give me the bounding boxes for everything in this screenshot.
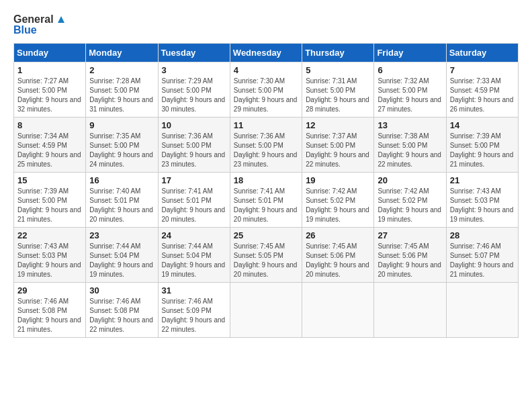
calendar-cell xyxy=(446,282,518,337)
day-number: 15 xyxy=(17,175,82,185)
day-number: 12 xyxy=(306,120,370,130)
calendar-cell: 5Sunrise: 7:31 AMSunset: 5:00 PMDaylight… xyxy=(302,62,374,117)
calendar-cell: 16Sunrise: 7:40 AMSunset: 5:01 PMDayligh… xyxy=(86,172,158,227)
day-number: 26 xyxy=(306,230,370,240)
calendar-cell xyxy=(302,282,374,337)
day-info: Sunrise: 7:46 AMSunset: 5:09 PMDaylight:… xyxy=(162,298,226,333)
calendar-cell: 26Sunrise: 7:45 AMSunset: 5:06 PMDayligh… xyxy=(302,227,374,282)
day-info: Sunrise: 7:46 AMSunset: 5:07 PMDaylight:… xyxy=(450,242,514,278)
calendar-cell: 25Sunrise: 7:45 AMSunset: 5:05 PMDayligh… xyxy=(230,227,302,282)
day-info: Sunrise: 7:31 AMSunset: 5:00 PMDaylight:… xyxy=(306,77,369,113)
calendar-cell: 9Sunrise: 7:35 AMSunset: 5:00 PMDaylight… xyxy=(86,117,158,172)
calendar-cell: 22Sunrise: 7:43 AMSunset: 5:03 PMDayligh… xyxy=(14,227,86,282)
day-number: 7 xyxy=(450,65,515,75)
calendar-cell: 28Sunrise: 7:46 AMSunset: 5:07 PMDayligh… xyxy=(446,227,518,282)
day-number: 16 xyxy=(89,175,154,185)
day-info: Sunrise: 7:43 AMSunset: 5:03 PMDaylight:… xyxy=(450,187,514,223)
calendar-cell: 15Sunrise: 7:39 AMSunset: 5:00 PMDayligh… xyxy=(14,172,86,227)
svg-marker-0 xyxy=(58,16,64,23)
day-info: Sunrise: 7:45 AMSunset: 5:05 PMDaylight:… xyxy=(234,242,298,278)
day-number: 18 xyxy=(234,175,298,185)
col-header-thursday: Thursday xyxy=(302,43,374,62)
day-number: 28 xyxy=(450,230,515,240)
calendar-cell: 14Sunrise: 7:39 AMSunset: 5:00 PMDayligh… xyxy=(446,117,518,172)
day-info: Sunrise: 7:36 AMSunset: 5:00 PMDaylight:… xyxy=(162,132,226,168)
calendar-cell: 17Sunrise: 7:41 AMSunset: 5:01 PMDayligh… xyxy=(158,172,230,227)
day-number: 25 xyxy=(234,230,298,240)
logo: General Blue xyxy=(13,13,67,36)
day-number: 21 xyxy=(450,175,515,185)
day-number: 2 xyxy=(89,65,154,75)
calendar-cell xyxy=(374,282,446,337)
day-info: Sunrise: 7:42 AMSunset: 5:02 PMDaylight:… xyxy=(378,187,441,223)
calendar-cell: 29Sunrise: 7:46 AMSunset: 5:08 PMDayligh… xyxy=(14,282,86,337)
day-info: Sunrise: 7:46 AMSunset: 5:08 PMDaylight:… xyxy=(17,298,81,333)
calendar-cell: 10Sunrise: 7:36 AMSunset: 5:00 PMDayligh… xyxy=(158,117,230,172)
day-info: Sunrise: 7:34 AMSunset: 4:59 PMDaylight:… xyxy=(17,132,81,168)
calendar-cell: 2Sunrise: 7:28 AMSunset: 5:00 PMDaylight… xyxy=(86,62,158,117)
col-header-sunday: Sunday xyxy=(14,43,86,62)
day-info: Sunrise: 7:41 AMSunset: 5:01 PMDaylight:… xyxy=(162,187,226,223)
logo-container: General Blue xyxy=(13,13,67,36)
day-info: Sunrise: 7:27 AMSunset: 5:00 PMDaylight:… xyxy=(17,77,81,113)
page-header: General Blue xyxy=(13,13,519,36)
calendar-cell: 20Sunrise: 7:42 AMSunset: 5:02 PMDayligh… xyxy=(374,172,446,227)
day-number: 11 xyxy=(234,120,298,130)
day-info: Sunrise: 7:45 AMSunset: 5:06 PMDaylight:… xyxy=(306,242,369,278)
calendar-cell: 6Sunrise: 7:32 AMSunset: 5:00 PMDaylight… xyxy=(374,62,446,117)
day-info: Sunrise: 7:29 AMSunset: 5:00 PMDaylight:… xyxy=(162,77,226,113)
day-info: Sunrise: 7:40 AMSunset: 5:01 PMDaylight:… xyxy=(89,187,153,223)
day-info: Sunrise: 7:28 AMSunset: 5:00 PMDaylight:… xyxy=(89,77,153,113)
day-number: 31 xyxy=(162,285,226,295)
day-number: 3 xyxy=(162,65,226,75)
day-number: 8 xyxy=(17,120,82,130)
day-number: 14 xyxy=(450,120,515,130)
calendar-cell: 8Sunrise: 7:34 AMSunset: 4:59 PMDaylight… xyxy=(14,117,86,172)
calendar-cell xyxy=(230,282,302,337)
day-info: Sunrise: 7:32 AMSunset: 5:00 PMDaylight:… xyxy=(378,77,441,113)
day-number: 17 xyxy=(162,175,226,185)
col-header-tuesday: Tuesday xyxy=(158,43,230,62)
day-info: Sunrise: 7:39 AMSunset: 5:00 PMDaylight:… xyxy=(450,132,514,168)
col-header-friday: Friday xyxy=(374,43,446,62)
col-header-saturday: Saturday xyxy=(446,43,518,62)
calendar-cell: 12Sunrise: 7:37 AMSunset: 5:00 PMDayligh… xyxy=(302,117,374,172)
day-number: 19 xyxy=(306,175,370,185)
calendar-table: SundayMondayTuesdayWednesdayThursdayFrid… xyxy=(13,43,519,338)
day-info: Sunrise: 7:45 AMSunset: 5:06 PMDaylight:… xyxy=(378,242,441,278)
day-number: 1 xyxy=(17,65,82,75)
day-number: 20 xyxy=(378,175,442,185)
day-info: Sunrise: 7:37 AMSunset: 5:00 PMDaylight:… xyxy=(306,132,369,168)
calendar-cell: 18Sunrise: 7:41 AMSunset: 5:01 PMDayligh… xyxy=(230,172,302,227)
day-info: Sunrise: 7:43 AMSunset: 5:03 PMDaylight:… xyxy=(17,242,81,278)
day-info: Sunrise: 7:41 AMSunset: 5:01 PMDaylight:… xyxy=(234,187,298,223)
calendar-cell: 21Sunrise: 7:43 AMSunset: 5:03 PMDayligh… xyxy=(446,172,518,227)
day-number: 5 xyxy=(306,65,370,75)
day-info: Sunrise: 7:42 AMSunset: 5:02 PMDaylight:… xyxy=(306,187,369,223)
day-info: Sunrise: 7:44 AMSunset: 5:04 PMDaylight:… xyxy=(162,242,226,278)
calendar-cell: 27Sunrise: 7:45 AMSunset: 5:06 PMDayligh… xyxy=(374,227,446,282)
day-number: 27 xyxy=(378,230,442,240)
calendar-cell: 30Sunrise: 7:46 AMSunset: 5:08 PMDayligh… xyxy=(86,282,158,337)
day-number: 30 xyxy=(89,285,154,295)
day-number: 6 xyxy=(378,65,442,75)
day-number: 4 xyxy=(234,65,298,75)
calendar-cell: 13Sunrise: 7:38 AMSunset: 5:00 PMDayligh… xyxy=(374,117,446,172)
calendar-cell: 1Sunrise: 7:27 AMSunset: 5:00 PMDaylight… xyxy=(14,62,86,117)
calendar-cell: 24Sunrise: 7:44 AMSunset: 5:04 PMDayligh… xyxy=(158,227,230,282)
day-number: 10 xyxy=(162,120,226,130)
day-number: 24 xyxy=(162,230,226,240)
col-header-monday: Monday xyxy=(86,43,158,62)
day-info: Sunrise: 7:46 AMSunset: 5:08 PMDaylight:… xyxy=(89,298,153,333)
day-number: 13 xyxy=(378,120,442,130)
calendar-cell: 23Sunrise: 7:44 AMSunset: 5:04 PMDayligh… xyxy=(86,227,158,282)
day-number: 9 xyxy=(89,120,154,130)
calendar-cell: 31Sunrise: 7:46 AMSunset: 5:09 PMDayligh… xyxy=(158,282,230,337)
day-info: Sunrise: 7:33 AMSunset: 4:59 PMDaylight:… xyxy=(450,77,514,113)
calendar-cell: 11Sunrise: 7:36 AMSunset: 5:00 PMDayligh… xyxy=(230,117,302,172)
calendar-cell: 19Sunrise: 7:42 AMSunset: 5:02 PMDayligh… xyxy=(302,172,374,227)
day-info: Sunrise: 7:30 AMSunset: 5:00 PMDaylight:… xyxy=(234,77,298,113)
calendar-cell: 3Sunrise: 7:29 AMSunset: 5:00 PMDaylight… xyxy=(158,62,230,117)
day-number: 23 xyxy=(89,230,154,240)
day-number: 22 xyxy=(17,230,82,240)
